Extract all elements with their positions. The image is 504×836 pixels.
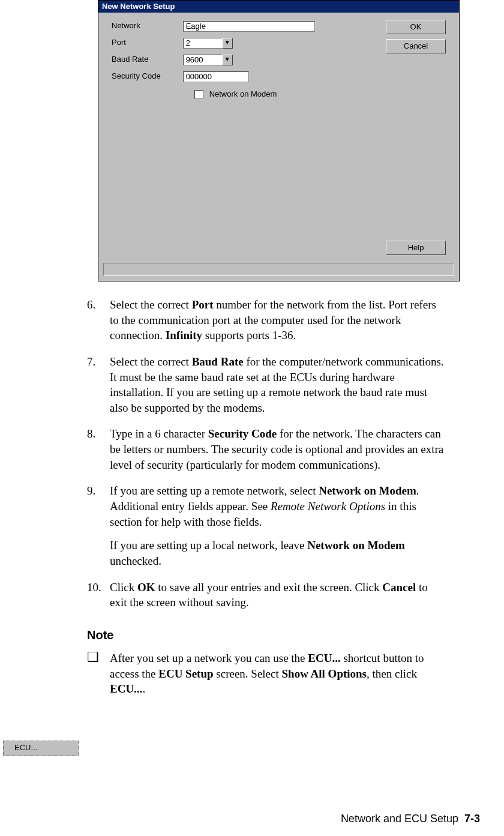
baud-rate-label: Baud Rate — [112, 55, 181, 64]
chevron-down-icon[interactable]: ▼ — [222, 55, 233, 65]
port-combo[interactable]: 2▼ — [183, 38, 233, 49]
ok-button[interactable]: OK — [386, 20, 446, 34]
step-9: 9. If you are setting up a remote networ… — [87, 483, 447, 568]
baud-rate-value[interactable]: 9600 — [183, 55, 223, 65]
page-footer: Network and ECU Setup 7-3 — [341, 813, 480, 825]
dialog-status-bar — [103, 263, 454, 276]
network-label: Network — [112, 21, 181, 30]
ecu-shortcut-button-graphic: ECU... — [3, 741, 79, 756]
dialog-titlebar: New Network Setup — [98, 1, 459, 13]
network-on-modem-label: Network on Modem — [209, 89, 277, 98]
baud-rate-combo[interactable]: 9600▼ — [183, 55, 233, 65]
step-8: 8. Type in a 6 character Security Code f… — [87, 426, 447, 472]
chevron-down-icon[interactable]: ▼ — [222, 38, 233, 49]
step-10: 10. Click OK to save all your entries an… — [87, 580, 447, 610]
cancel-button[interactable]: Cancel — [386, 39, 446, 53]
note-heading: Note — [87, 627, 447, 643]
note-bullet: ❑ After you set up a network you can use… — [87, 651, 447, 697]
port-value[interactable]: 2 — [183, 38, 223, 49]
instruction-text: 6. Select the correct Port number for th… — [87, 297, 447, 697]
step-6: 6. Select the correct Port number for th… — [87, 297, 447, 343]
help-button[interactable]: Help — [386, 241, 446, 255]
port-label: Port — [112, 38, 181, 47]
dialog-title: New Network Setup — [102, 2, 175, 11]
network-on-modem-checkbox[interactable] — [194, 90, 203, 99]
step-7: 7. Select the correct Baud Rate for the … — [87, 354, 447, 416]
security-code-input[interactable]: 000000 — [183, 71, 249, 82]
network-input[interactable]: Eagle — [183, 21, 315, 32]
security-code-label: Security Code — [112, 71, 181, 80]
new-network-setup-dialog: New Network Setup Network Eagle Port 2▼ … — [98, 0, 460, 281]
